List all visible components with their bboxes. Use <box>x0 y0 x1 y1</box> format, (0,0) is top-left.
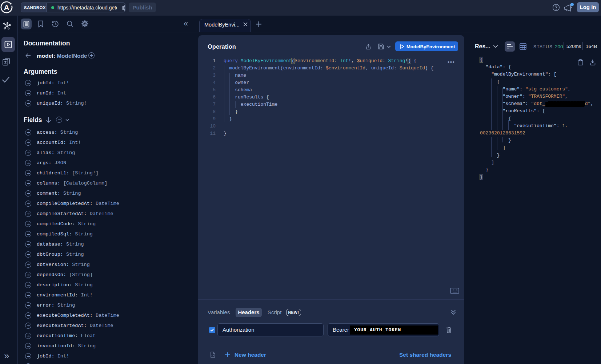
svg-text:A: A <box>4 3 9 12</box>
